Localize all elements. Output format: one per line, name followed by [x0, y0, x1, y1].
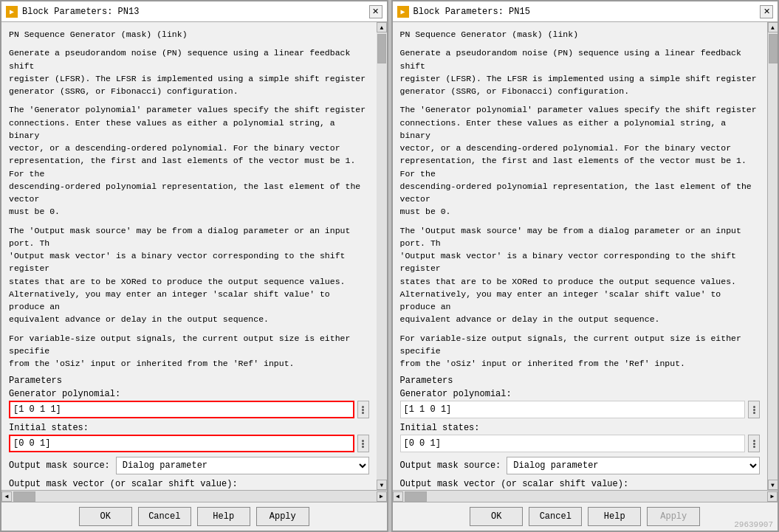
pn13-ok-button[interactable]: OK [79, 507, 132, 526]
pn13-hscroll-thumb[interactable] [13, 491, 35, 502]
pn15-title-text: Block Parameters: PN15 [413, 7, 756, 17]
pn15-gen-poly-menu-btn[interactable] [748, 401, 760, 418]
pn15-output-mask-select[interactable]: Dialog parameter Input port [507, 457, 760, 474]
pn15-close-button[interactable]: ✕ [760, 5, 773, 18]
pn13-hscrollbar: ◀ ▶ [1, 490, 387, 502]
pn13-scroll-down-btn[interactable]: ▼ [377, 480, 387, 490]
pn15-bottom-area: ◀ ▶ OK Cancel Help Apply [393, 490, 778, 531]
pn15-desc5: For variable-size output signals, the cu… [400, 332, 761, 370]
pn13-vscrollbar: ▲ ▼ [377, 22, 387, 490]
pn13-close-button[interactable]: ✕ [369, 5, 382, 18]
pn13-button-bar: OK Cancel Help Apply [1, 502, 387, 531]
pn13-gen-poly-row [9, 401, 369, 418]
pn15-vscrollbar: ▲ ▼ [767, 22, 778, 490]
pn13-gen-poly-input[interactable] [9, 401, 354, 418]
pn15-init-states-menu-btn[interactable] [748, 435, 760, 452]
pn15-scroll-down-btn[interactable]: ▼ [768, 480, 778, 490]
pn13-init-states-row [9, 435, 369, 452]
pn13-desc3: The 'Generator polynomial' parameter val… [9, 103, 369, 218]
pn13-section-label: Parameters [9, 376, 369, 386]
pn15-title-bar: ▶ Block Parameters: PN15 ✕ [393, 1, 778, 22]
pn15-scroll-up-btn[interactable]: ▲ [768, 22, 778, 32]
pn13-scroll-right-btn[interactable]: ▶ [377, 491, 387, 502]
pn15-desc2: Generate a pseudorandom noise (PN) seque… [400, 46, 761, 97]
pn15-cancel-button[interactable]: Cancel [529, 507, 582, 526]
pn13-desc2: Generate a pseudorandom noise (PN) seque… [9, 46, 369, 97]
pn13-cancel-button[interactable]: Cancel [138, 507, 191, 526]
pn15-init-states-row [400, 435, 761, 452]
pn15-button-bar: OK Cancel Help Apply [393, 502, 778, 531]
pn13-hscroll-track[interactable] [12, 491, 377, 502]
pn13-output-mask-row: Output mask source: Dialog parameter Inp… [9, 457, 369, 474]
pn15-window: ▶ Block Parameters: PN15 ✕ PN Sequence G… [391, 0, 780, 532]
pn15-desc1: PN Sequence Generator (mask) (link) [400, 28, 761, 41]
pn15-scroll-right-btn[interactable]: ▶ [767, 491, 778, 502]
pn13-init-states-label: Initial states: [9, 423, 369, 433]
pn13-window: ▶ Block Parameters: PN13 ✕ PN Sequence G… [0, 0, 388, 532]
pn13-gen-poly-label: Generator polynomial: [9, 389, 369, 399]
pn15-scroll-left-btn[interactable]: ◀ [393, 491, 403, 502]
pn15-help-button[interactable]: Help [588, 507, 641, 526]
pn13-output-mask-vector-label: Output mask vector (or scalar shift valu… [9, 479, 369, 489]
pn15-desc3: The 'Generator polynomial' parameter val… [400, 103, 761, 218]
pn13-title-text: Block Parameters: PN13 [22, 7, 365, 17]
pn13-scroll-left-btn[interactable]: ◀ [1, 491, 12, 502]
pn13-bottom-area: ◀ ▶ OK Cancel Help Apply [1, 490, 387, 531]
pn13-help-button[interactable]: Help [197, 507, 250, 526]
pn15-desc4: The 'Output mask source' may be from a d… [400, 224, 761, 326]
pn15-output-mask-label: Output mask source: [400, 460, 501, 471]
pn13-content: PN Sequence Generator (mask) (link) Gene… [1, 22, 377, 490]
pn15-gen-poly-row [400, 401, 761, 418]
pn15-hscroll-thumb[interactable] [405, 491, 427, 502]
pn15-scroll-track[interactable] [768, 32, 778, 480]
pn13-desc5: For variable-size output signals, the cu… [9, 332, 369, 370]
pn13-init-states-menu-btn[interactable] [357, 435, 369, 452]
pn15-apply-button[interactable]: Apply [647, 507, 700, 526]
pn15-gen-poly-input[interactable] [400, 401, 746, 418]
pn13-gen-poly-menu-btn[interactable] [357, 401, 369, 418]
pn15-ok-button[interactable]: OK [470, 507, 523, 526]
pn13-apply-button[interactable]: Apply [256, 507, 309, 526]
pn13-scroll-up-btn[interactable]: ▲ [377, 22, 387, 32]
pn15-section-label: Parameters [400, 376, 761, 386]
pn13-init-states-input[interactable] [9, 435, 354, 452]
pn15-hscroll-track[interactable] [403, 491, 768, 502]
pn15-window-icon: ▶ [397, 6, 409, 18]
pn13-scroll-track[interactable] [377, 32, 387, 480]
pn13-output-mask-select[interactable]: Dialog parameter Input port [116, 457, 369, 474]
pn15-output-mask-vector-label: Output mask vector (or scalar shift valu… [400, 479, 761, 489]
pn13-title-bar: ▶ Block Parameters: PN13 ✕ [1, 1, 387, 22]
pn15-hscrollbar: ◀ ▶ [393, 490, 778, 502]
pn15-content: PN Sequence Generator (mask) (link) Gene… [393, 22, 768, 490]
pn13-desc1: PN Sequence Generator (mask) (link) [9, 28, 369, 41]
pn15-init-states-label: Initial states: [400, 423, 761, 433]
pn15-gen-poly-label: Generator polynomial: [400, 389, 761, 399]
pn13-desc4: The 'Output mask source' may be from a d… [9, 224, 369, 326]
pn15-output-mask-row: Output mask source: Dialog parameter Inp… [400, 457, 761, 474]
pn15-scroll-thumb[interactable] [769, 34, 778, 63]
pn13-scroll-thumb[interactable] [377, 34, 386, 63]
pn15-init-states-input[interactable] [400, 435, 746, 452]
pn13-window-icon: ▶ [6, 6, 18, 18]
pn13-output-mask-label: Output mask source: [9, 460, 110, 471]
